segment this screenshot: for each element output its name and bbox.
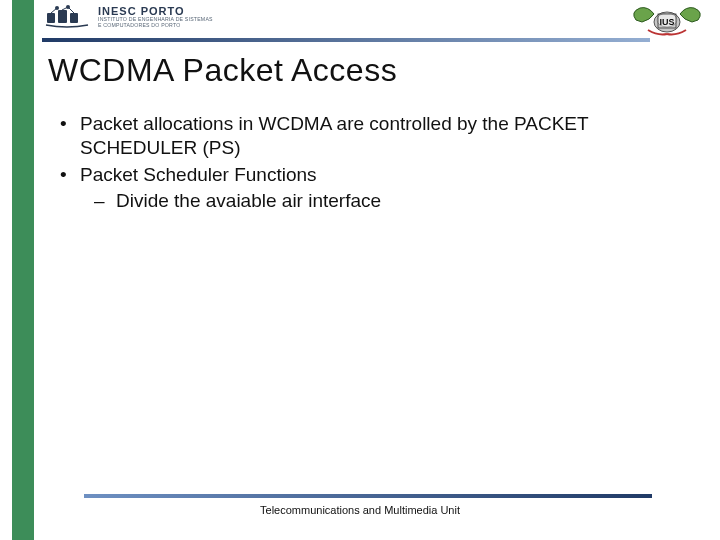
sub-bullet-item: – Divide the avaiable air interface bbox=[94, 189, 676, 213]
bullet-text: Packet allocations in WCDMA are controll… bbox=[80, 112, 676, 161]
slide-body: • Packet allocations in WCDMA are contro… bbox=[56, 112, 676, 213]
footer-separator bbox=[84, 494, 652, 498]
bullet-item: • Packet Scheduler Functions bbox=[56, 163, 676, 187]
svg-rect-1 bbox=[58, 10, 67, 23]
header: INESC PORTO INSTITUTO DE ENGENHARIA DE S… bbox=[42, 4, 702, 38]
svg-rect-0 bbox=[47, 13, 55, 23]
org-logo: INESC PORTO INSTITUTO DE ENGENHARIA DE S… bbox=[42, 4, 702, 30]
svg-text:IUS: IUS bbox=[659, 17, 674, 27]
sub-bullet-marker: – bbox=[94, 189, 116, 213]
org-logo-subtitle-2: E COMPUTADORES DO PORTO bbox=[98, 23, 213, 28]
svg-rect-2 bbox=[70, 13, 78, 23]
sub-bullet-text: Divide the avaiable air interface bbox=[116, 189, 676, 213]
bullet-item: • Packet allocations in WCDMA are contro… bbox=[56, 112, 676, 161]
slide-title: WCDMA Packet Access bbox=[48, 52, 397, 89]
bullet-marker: • bbox=[56, 163, 80, 187]
org-logo-mark bbox=[42, 4, 92, 30]
bullet-text: Packet Scheduler Functions bbox=[80, 163, 676, 187]
left-accent-bar bbox=[12, 0, 34, 540]
decorative-graphic: IUS bbox=[628, 0, 706, 40]
org-logo-text: INESC PORTO INSTITUTO DE ENGENHARIA DE S… bbox=[98, 6, 213, 27]
title-separator bbox=[42, 38, 650, 42]
bullet-marker: • bbox=[56, 112, 80, 136]
footer-text: Telecommunications and Multimedia Unit bbox=[0, 504, 720, 516]
